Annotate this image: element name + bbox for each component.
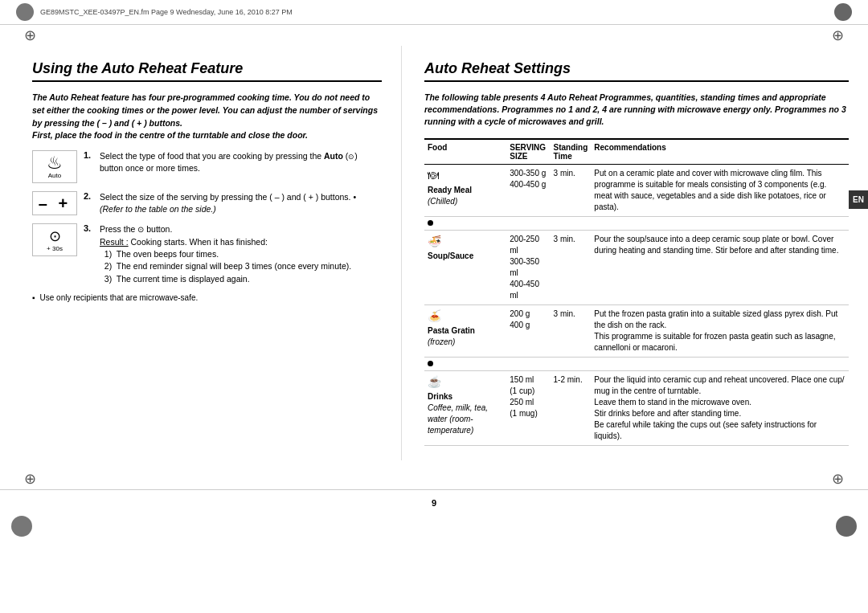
food-cell-4: ☕ Drinks Coffee, milk, tea, water (room-… [424,370,506,445]
rec-cell-1: Put on a ceramic plate and cover with mi… [591,164,849,216]
crosshair-bottom-right: ⊕ [832,470,844,488]
timer-icon: ⊙ [49,227,61,245]
crosshair-top-left: ⊕ [24,27,36,44]
step-3-text: Press the ⊙ button. Result : Cooking sta… [100,223,351,284]
rec-cell-4: Pour the liquid into ceramic cup and reh… [591,370,849,445]
step-1: ♨ Auto 1. Select the type of food that y… [32,150,382,183]
food-name-4: Drinks [428,392,452,401]
bottom-right-circle [836,516,857,537]
bottom-left-circle [11,516,32,537]
page-bottom: 9 [0,489,868,513]
note-text: Use only recipients that are microwave-s… [40,293,199,302]
bullet-row-1 [424,216,849,230]
content-area: Using the Auto Reheat Feature The Auto R… [0,46,868,460]
note-bullet: ▪ [32,293,35,302]
page-number: 9 [432,498,436,508]
food-icon-2: 🍜 [428,234,503,250]
food-sub-4: Coffee, milk, tea, water (room-temperatu… [428,403,488,435]
food-sub-3: (frozen) [428,337,455,346]
flame-icon: ♨ [47,154,63,172]
food-icon-4: ☕ [428,374,503,390]
time-cell-1: 3 min. [551,164,592,216]
step-num-3: 3. [84,223,96,233]
left-title: Using the Auto Reheat Feature [32,60,382,82]
reheat-table: Food SERVINGSIZE StandingTime Recommenda… [424,138,849,446]
note-row: ▪ Use only recipients that are microwave… [32,293,382,302]
rec-cell-3: Put the frozen pasta gratin into a suita… [591,304,849,357]
step-num-2: 2. [84,191,96,201]
plus30-label: + 30s [47,245,63,252]
food-cell-1: 🍽 Ready Meal (Chilled) [424,164,506,216]
en-badge: EN [849,190,868,209]
food-name-3: Pasta Gratin [428,326,475,335]
food-name-1: Ready Meal [428,186,472,194]
food-icon-3: 🍝 [428,309,503,325]
step-2-text: Select the size of the serving by pressi… [100,191,356,215]
top-bar-text: GE89MSTC_XEE-03497P_EN.fm Page 9 Wednesd… [40,8,828,16]
crosshair-bottom: ⊕ ⊕ [0,468,868,489]
crosshair-top-right: ⊕ [832,27,844,44]
food-icon-1: 🍽 [428,168,503,184]
food-sub-1: (Chilled) [428,197,457,206]
top-right-circle [834,3,852,21]
food-cell-2: 🍜 Soup/Sauce [424,230,506,304]
table-row: 🍽 Ready Meal (Chilled) 300-350 g400-450 … [424,164,849,216]
crosshair-top: ⊕ ⊕ [0,25,868,46]
table-header-row: Food SERVINGSIZE StandingTime Recommenda… [424,139,849,165]
col-food: Food [424,139,506,165]
steps: ♨ Auto 1. Select the type of food that y… [32,150,382,285]
col-rec: Recommendations [591,139,849,165]
serving-cell-1: 300-350 g400-450 g [506,164,550,216]
left-intro: The Auto Reheat feature has four pre-pro… [32,92,382,142]
food-cell-3: 🍝 Pasta Gratin (frozen) [424,304,506,357]
auto-label: Auto [48,172,61,179]
food-name-2: Soup/Sauce [428,251,473,260]
left-panel: Using the Auto Reheat Feature The Auto R… [0,46,402,460]
serving-cell-4: 150 ml(1 cup)250 ml(1 mug) [506,370,550,445]
crosshair-bottom-left: ⊕ [24,470,36,488]
step-num-1: 1. [84,150,96,160]
top-bar: GE89MSTC_XEE-03497P_EN.fm Page 9 Wednesd… [0,0,868,25]
table-row: ☕ Drinks Coffee, milk, tea, water (room-… [424,370,849,445]
right-intro: The following table presents 4 Auto Rehe… [424,92,849,129]
step-2: – + 2. Select the size of the serving by… [32,191,382,215]
right-panel: Auto Reheat Settings The following table… [402,46,868,460]
bottom-circles-row [0,513,868,540]
col-serving: SERVINGSIZE [506,139,550,165]
page-wrapper: GE89MSTC_XEE-03497P_EN.fm Page 9 Wednesd… [0,0,868,613]
right-title: Auto Reheat Settings [424,60,849,82]
serving-cell-3: 200 g400 g [506,304,550,357]
time-cell-3: 3 min. [551,304,592,357]
table-row: 🍝 Pasta Gratin (frozen) 200 g400 g 3 min… [424,304,849,357]
step-3: ⊙ + 30s 3. Press the ⊙ button. Result : … [32,223,382,284]
top-left-circle [16,3,34,21]
col-time: StandingTime [551,139,592,165]
rec-cell-2: Pour the soup/sauce into a deep ceramic … [591,230,849,304]
time-cell-4: 1-2 min. [551,370,592,445]
minus-plus-icon: – + [39,195,71,211]
table-row: 🍜 Soup/Sauce 200-250 ml300-350 ml400-450… [424,230,849,304]
bullet-row-2 [424,357,849,370]
time-cell-2: 3 min. [551,230,592,304]
serving-cell-2: 200-250 ml300-350 ml400-450 ml [506,230,550,304]
step-1-text: Select the type of food that you are coo… [100,150,382,174]
